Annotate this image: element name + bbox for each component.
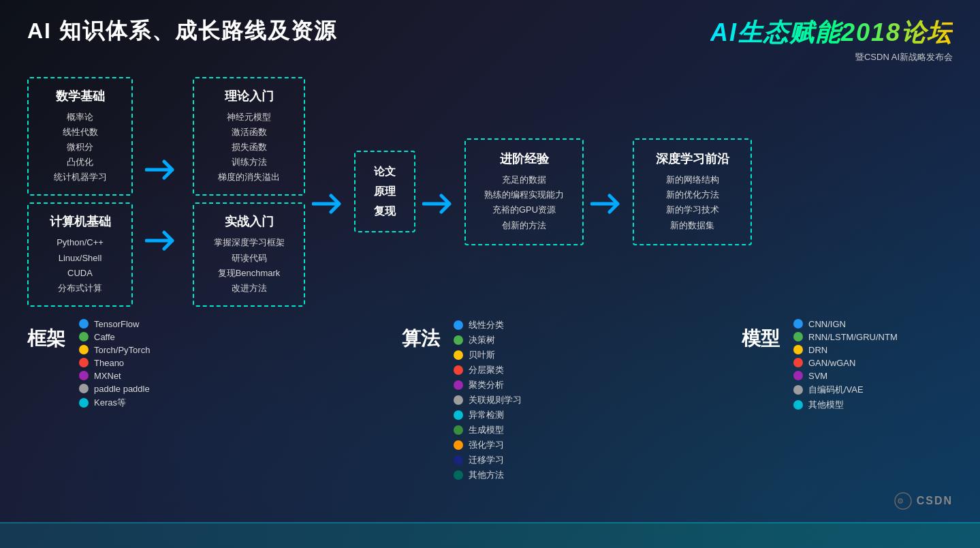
dot [454, 440, 463, 450]
dot [454, 320, 463, 330]
arrow4 [590, 192, 626, 219]
dot [79, 332, 89, 341]
dot [454, 365, 463, 375]
advanced-items: 充足的数据 熟练的编程实现能力 充裕的GPU资源 创新的方法 [475, 172, 573, 232]
model-title: 模型 [742, 326, 780, 352]
legend-item: 其他模型 [793, 399, 898, 411]
legend-item: 迁移学习 [454, 454, 522, 466]
legend-item: Caffe [79, 332, 150, 342]
dot [793, 332, 803, 341]
legend-item: MXNet [79, 371, 150, 381]
dot [793, 358, 803, 367]
legend-label: Keras等 [94, 397, 126, 409]
computer-box: 计算机基础 Python/C++ Linux/Shell CUDA 分布式计算 [27, 202, 133, 306]
math-items: 概率论 线性代数 微积分 凸优化 统计机器学习 [39, 110, 121, 185]
arrow3 [422, 192, 458, 219]
legend-item: Torch/PyTorch [79, 345, 150, 355]
legend-label: GAN/wGAN [808, 358, 855, 368]
algorithm-title: 算法 [402, 326, 440, 352]
dot [79, 398, 89, 408]
legend-item: TensorFlow [79, 319, 150, 329]
dot [454, 425, 463, 435]
legend-item: 生成模型 [454, 424, 522, 436]
arrow2 [312, 192, 347, 219]
legend-label: 关联规则学习 [469, 394, 522, 406]
legend-label: 决策树 [469, 334, 495, 346]
top-diagram: 数学基础 概率论 线性代数 微积分 凸优化 统计机器学习 计算机基础 Pytho… [27, 77, 953, 307]
legend-item: 其他方法 [454, 469, 522, 481]
deep-box: 深度学习前沿 新的网络结构 新的优化方法 新的学习技术 新的数据集 [633, 138, 752, 245]
legend-label: 生成模型 [469, 424, 504, 436]
legend-label: DRN [808, 345, 827, 355]
bottom-bar [0, 522, 980, 548]
legend-label: SVM [808, 371, 827, 381]
dot [793, 371, 803, 380]
computer-items: Python/C++ Linux/Shell CUDA 分布式计算 [39, 235, 121, 295]
legend-item: 决策树 [454, 334, 522, 346]
dot [79, 358, 89, 367]
theory-title: 理论入门 [205, 88, 293, 104]
model-legend: 模型 CNN/IGNRNN/LSTM/GRU/NTMDRNGAN/wGANSVM… [742, 319, 953, 481]
legend-item: 线性分类 [454, 319, 522, 331]
legend-label: 贝叶斯 [469, 349, 495, 361]
dot [793, 345, 803, 354]
legend-item: 聚类分析 [454, 379, 522, 391]
dot [79, 384, 89, 393]
computer-title: 计算机基础 [39, 213, 121, 230]
legend-label: CNN/IGN [808, 319, 846, 329]
dot [454, 410, 463, 420]
dot [79, 345, 89, 354]
deep-items: 新的网络结构 新的优化方法 新的学习技术 新的数据集 [644, 172, 741, 232]
advanced-title: 进阶经验 [475, 151, 573, 167]
legend-item: RNN/LSTM/GRU/NTM [793, 332, 898, 342]
dot [793, 400, 803, 410]
legend-label: 线性分类 [469, 319, 504, 331]
legend-item: Theano [79, 358, 150, 368]
arrow1-group [140, 130, 186, 253]
dot [79, 371, 89, 380]
dot [454, 380, 463, 390]
legend-item: 自编码机/VAE [793, 384, 898, 396]
dot [79, 319, 89, 329]
logo-main: AI生态赋能2018论坛 [710, 16, 953, 50]
legend-item: 强化学习 [454, 439, 522, 451]
legend-label: Caffe [94, 332, 115, 342]
framework-items: TensorFlowCaffeTorch/PyTorchTheanoMXNetp… [79, 319, 150, 409]
legend-label: 异常检测 [469, 409, 504, 421]
arrow1-bottom [140, 228, 186, 253]
legend-label: MXNet [94, 371, 121, 381]
framework-legend: 框架 TensorFlowCaffeTorch/PyTorchTheanoMXN… [27, 319, 238, 481]
legend-label: 强化学习 [469, 439, 504, 451]
legend-label: Torch/PyTorch [94, 345, 150, 355]
legend-item: Keras等 [79, 397, 150, 409]
legend-item: CNN/IGN [793, 319, 898, 329]
legend-label: 其他方法 [469, 469, 504, 481]
legend-label: RNN/LSTM/GRU/NTM [808, 332, 898, 342]
main-title: AI 知识体系、成长路线及资源 [27, 16, 337, 46]
paper-box: 论文 原理 复现 [354, 151, 415, 232]
dot [454, 350, 463, 360]
practice-items: 掌握深度学习框架 研读代码 复现Benchmark 改进方法 [205, 235, 293, 295]
legend-label: Theano [94, 358, 124, 368]
dot [454, 455, 463, 465]
math-box: 数学基础 概率论 线性代数 微积分 凸优化 统计机器学习 [27, 77, 133, 196]
model-items: CNN/IGNRNN/LSTM/GRU/NTMDRNGAN/wGANSVM自编码… [793, 319, 898, 411]
bottom-row: 框架 TensorFlowCaffeTorch/PyTorchTheanoMXN… [27, 319, 953, 481]
advanced-box: 进阶经验 充足的数据 熟练的编程实现能力 充裕的GPU资源 创新的方法 [464, 138, 584, 245]
legend-item: GAN/wGAN [793, 358, 898, 368]
header: AI 知识体系、成长路线及资源 AI生态赋能2018论坛 暨CSDN AI新战略… [27, 16, 953, 63]
logo-area: AI生态赋能2018论坛 暨CSDN AI新战略发布会 [710, 16, 953, 63]
legend-label: paddle paddle [94, 384, 150, 394]
dot [454, 470, 463, 480]
dot [454, 395, 463, 405]
legend-item: 贝叶斯 [454, 349, 522, 361]
theory-box: 理论入门 神经元模型 激活函数 损失函数 训练方法 梯度的消失溢出 [193, 77, 305, 196]
dot [793, 385, 803, 395]
legend-label: TensorFlow [94, 319, 139, 329]
practice-title: 实战入门 [205, 213, 293, 230]
legend-label: 其他模型 [808, 399, 844, 411]
legend-label: 迁移学习 [469, 454, 504, 466]
legend-label: 聚类分析 [469, 379, 504, 391]
col1-math-computer: 数学基础 概率论 线性代数 微积分 凸优化 统计机器学习 计算机基础 Pytho… [27, 77, 133, 307]
paper-title: 论文 原理 复现 [374, 162, 396, 221]
